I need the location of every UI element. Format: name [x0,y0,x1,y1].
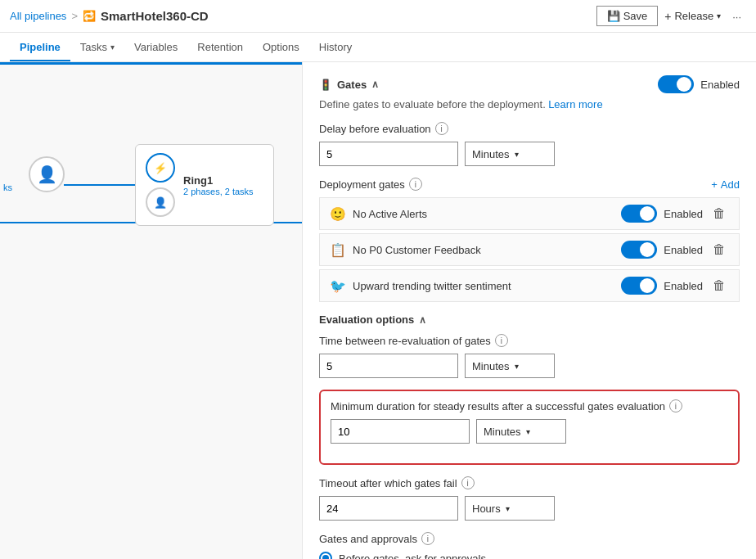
breadcrumb-link[interactable]: All pipelines [10,10,66,22]
gate-right: Enabled 🗑 [621,241,729,259]
deployment-gates-header: Deployment gates i + Add [319,178,740,191]
tab-pipeline-label: Pipeline [20,41,61,53]
gates-approvals-info-icon[interactable]: i [421,532,434,545]
radio-inner [322,555,329,559]
release-button[interactable]: + Release ▾ [664,10,721,23]
no-feedback-toggle[interactable] [621,241,657,259]
no-alerts-toggle[interactable] [621,205,657,223]
more-options-button[interactable]: ··· [727,6,746,26]
no-feedback-icon: 📋 [330,242,346,258]
gate-items-container: 🙂 No Active Alerts Enabled 🗑 📋 No P0 Cus… [319,197,740,302]
header: All pipelines > 🔁 SmartHotel360-CD 💾 Sav… [0,0,756,33]
min-duration-value-input[interactable] [331,419,470,444]
time-between-info-icon[interactable]: i [495,334,508,347]
time-between-unit-select[interactable]: Minutes ▾ [465,354,555,378]
no-alerts-icon: 🙂 [330,206,346,222]
time-between-value-input[interactable] [319,354,458,378]
plus-icon: + [664,10,671,23]
save-button[interactable]: 💾 Save [596,6,659,26]
tab-retention[interactable]: Retention [187,34,253,61]
gates-description: Define gates to evaluate before the depl… [319,98,740,110]
header-title: SmartHotel360-CD [101,9,209,23]
min-duration-unit-label: Minutes [484,426,521,438]
gate-item-twitter-sentiment: 🐦 Upward trending twitter sentiment Enab… [319,269,740,302]
min-duration-box: Minimum duration for steady results afte… [319,390,740,465]
time-between-label-text: Time between re-evaluation of gates [319,335,491,347]
min-duration-label: Minimum duration for steady results afte… [331,399,728,412]
lightning-icon: ⚡ [154,162,167,174]
person-icon: 👤 [37,165,57,184]
release-label: Release [674,10,713,22]
no-alerts-delete-button[interactable]: 🗑 [709,205,729,223]
gates-title-label: Gates [337,79,367,91]
before-gates-radio[interactable] [319,552,332,559]
enabled-label: Enabled [700,79,740,91]
tab-tasks[interactable]: Tasks ▾ [70,34,124,61]
tab-history-label: History [319,41,352,53]
delay-value-input[interactable] [319,142,458,166]
no-feedback-delete-button[interactable]: 🗑 [709,241,729,259]
chevron-down-icon: ▾ [515,362,519,371]
person-icon-small: 👤 [154,196,167,209]
learn-more-link[interactable]: Learn more [548,98,602,110]
tab-retention-label: Retention [197,41,243,53]
pipeline-icon: 🔁 [83,10,96,22]
add-label: Add [721,178,740,191]
tab-variables-label: Variables [134,41,178,53]
twitter-delete-button[interactable]: 🗑 [709,277,729,295]
gate-right: Enabled 🗑 [621,205,729,223]
gate-right: Enabled 🗑 [621,277,729,295]
tab-variables[interactable]: Variables [124,34,187,61]
twitter-toggle[interactable] [621,277,657,295]
chevron-down-icon: ▾ [526,427,530,436]
ring-person-icon: 👤 [146,187,175,217]
eval-chevron-up-icon[interactable]: ∧ [419,314,426,326]
save-icon: 💾 [607,10,620,22]
chevron-up-icon[interactable]: ∧ [371,79,379,90]
delay-label-text: Delay before evaluation [319,123,431,135]
gate-left: 🙂 No Active Alerts [330,206,427,222]
min-duration-label-text: Minimum duration for steady results afte… [331,400,665,412]
chevron-down-icon: ▾ [515,150,519,159]
chevron-down-icon: ▾ [506,504,510,513]
tab-options[interactable]: Options [253,34,309,61]
before-gates-label: Before gates, ask for approvals [339,552,486,560]
time-between-unit-label: Minutes [472,360,510,372]
gates-approvals-label: Gates and approvals i [319,532,740,545]
breadcrumb-separator: > [71,10,78,22]
ring-icon: ⚡ [146,153,175,183]
timeout-info-icon[interactable]: i [461,476,475,489]
deployment-gates-info-icon[interactable]: i [409,178,422,191]
nav-tabs: Pipeline Tasks ▾ Variables Retention Opt… [0,33,756,62]
delay-section-label: Delay before evaluation i [319,122,740,135]
timeout-unit-label: Hours [472,503,501,515]
connector-line [64,184,136,186]
twitter-enabled-label: Enabled [664,280,703,292]
enabled-toggle-container: Enabled [658,75,740,93]
delay-info-icon[interactable]: i [435,122,448,135]
eval-options-label: Evaluation options [319,313,414,326]
ring-node[interactable]: ⚡ 👤 Ring1 2 phases, 2 tasks [135,144,274,226]
timeout-unit-select[interactable]: Hours ▾ [465,496,555,521]
header-right: 💾 Save + Release ▾ ··· [596,6,746,26]
tab-history[interactable]: History [309,34,362,61]
no-feedback-name: No P0 Customer Feedback [353,244,481,256]
timeout-value-input[interactable] [319,496,458,521]
time-between-label: Time between re-evaluation of gates i [319,334,740,347]
enabled-toggle[interactable] [658,75,694,93]
add-gate-button[interactable]: + Add [711,178,740,191]
before-gates-radio-row[interactable]: Before gates, ask for approvals [319,552,740,559]
delay-unit-select[interactable]: Minutes ▾ [465,142,555,166]
person-node[interactable]: 👤 [29,156,65,192]
ring-sub: 2 phases, 2 tasks [183,187,254,196]
min-duration-unit-select[interactable]: Minutes ▾ [476,419,566,444]
gate-left: 🐦 Upward trending twitter sentiment [330,278,511,294]
timeout-label-text: Timeout after which gates fail [319,477,457,489]
min-duration-info-icon[interactable]: i [669,399,682,412]
timeout-label: Timeout after which gates fail i [319,476,740,489]
tab-pipeline[interactable]: Pipeline [10,34,70,61]
no-alerts-name: No Active Alerts [353,208,427,220]
delay-unit-label: Minutes [472,148,510,160]
eval-options-header: Evaluation options ∧ [319,313,740,326]
no-feedback-enabled-label: Enabled [664,244,703,256]
